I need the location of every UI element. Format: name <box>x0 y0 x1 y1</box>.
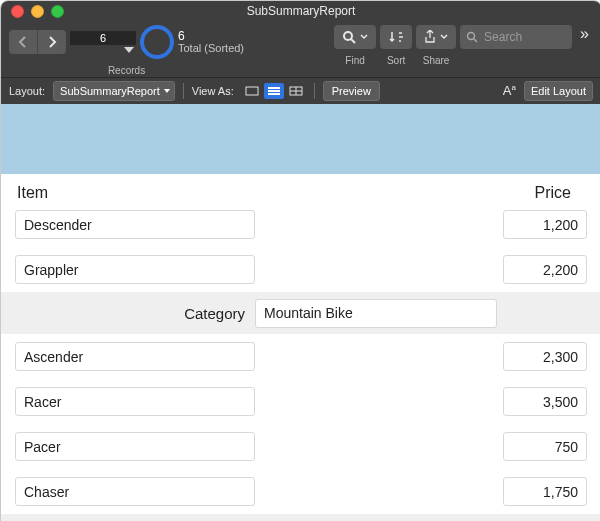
search-icon <box>466 31 478 43</box>
table-view-icon <box>289 86 303 96</box>
record-row[interactable]: Racer3,500 <box>1 379 600 424</box>
list-view-icon <box>267 86 281 96</box>
record-row[interactable]: Chaser1,750 <box>1 469 600 514</box>
svg-point-0 <box>344 32 352 40</box>
svg-rect-4 <box>246 87 258 95</box>
records-toolbar-label: Records <box>108 65 145 76</box>
share-button[interactable] <box>416 25 456 49</box>
header-part <box>1 104 600 174</box>
category-label: Category <box>15 305 255 322</box>
edit-layout-button[interactable]: Edit Layout <box>524 81 593 101</box>
total-records-number: 6 <box>178 30 244 42</box>
prev-record-button[interactable] <box>9 30 38 54</box>
item-field[interactable]: Pacer <box>15 432 255 461</box>
item-field[interactable]: Racer <box>15 387 255 416</box>
layout-name: SubSummaryReport <box>60 85 160 97</box>
find-button[interactable] <box>334 25 376 49</box>
preview-button[interactable]: Preview <box>323 81 380 101</box>
search-icon <box>342 30 356 44</box>
view-list-button[interactable] <box>264 83 284 99</box>
titlebar: SubSummaryReport <box>1 1 600 21</box>
svg-point-2 <box>468 33 475 40</box>
current-record-number: 6 <box>70 31 136 45</box>
toolbar: 6 6 Total (Sorted) Records Find <box>1 21 600 77</box>
svg-line-3 <box>474 39 477 42</box>
record-totals: 6 Total (Sorted) <box>178 30 244 54</box>
item-field[interactable]: Descender <box>15 210 255 239</box>
sub-summary-row: CategoryRoad Bike <box>1 514 600 521</box>
share-icon <box>424 30 436 44</box>
next-record-button[interactable] <box>38 30 66 54</box>
sub-summary-row: CategoryMountain Bike <box>1 292 600 334</box>
price-field[interactable]: 2,300 <box>503 342 587 371</box>
price-field[interactable]: 1,750 <box>503 477 587 506</box>
price-field[interactable]: 1,200 <box>503 210 587 239</box>
item-field[interactable]: Ascender <box>15 342 255 371</box>
view-table-button[interactable] <box>286 83 306 99</box>
layout-body: Item Price Descender1,200Grappler2,200Ca… <box>1 104 600 521</box>
view-form-button[interactable] <box>242 83 262 99</box>
price-field[interactable]: 3,500 <box>503 387 587 416</box>
item-field[interactable]: Chaser <box>15 477 255 506</box>
sort-button[interactable] <box>380 25 412 49</box>
view-as-label: View As: <box>192 85 234 97</box>
search-field[interactable] <box>460 25 572 49</box>
search-input[interactable] <box>482 29 550 45</box>
sort-toolbar-label: Sort <box>387 55 405 66</box>
price-field[interactable]: 750 <box>503 432 587 461</box>
window-title: SubSummaryReport <box>1 4 600 18</box>
record-row[interactable]: Pacer750 <box>1 424 600 469</box>
layout-selector[interactable]: SubSummaryReport <box>53 81 175 101</box>
category-field[interactable]: Mountain Bike <box>255 299 497 328</box>
price-header: Price <box>535 184 585 202</box>
chevron-down-icon <box>360 34 368 40</box>
price-field[interactable]: 2,200 <box>503 255 587 284</box>
find-toolbar-label: Find <box>345 55 364 66</box>
layout-label: Layout: <box>9 85 45 97</box>
item-header: Item <box>17 184 48 202</box>
record-slider[interactable]: 6 <box>70 31 136 53</box>
chevron-left-icon <box>18 36 28 48</box>
svg-line-1 <box>351 39 355 43</box>
record-row[interactable]: Ascender2,300 <box>1 334 600 379</box>
chevron-down-icon <box>440 34 448 40</box>
pie-progress-icon <box>140 25 174 59</box>
total-records-caption: Total (Sorted) <box>178 42 244 54</box>
formatting-bar-toggle[interactable]: Aa <box>503 83 516 98</box>
share-toolbar-label: Share <box>423 55 450 66</box>
record-row[interactable]: Descender1,200 <box>1 202 600 247</box>
chevron-right-icon <box>47 36 57 48</box>
toolbar-overflow-button[interactable]: » <box>576 25 593 43</box>
form-view-icon <box>245 86 259 96</box>
sort-icon <box>388 30 404 44</box>
column-headers: Item Price <box>1 174 600 202</box>
record-row[interactable]: Grappler2,200 <box>1 247 600 292</box>
item-field[interactable]: Grappler <box>15 255 255 284</box>
layout-bar: Layout: SubSummaryReport View As: Previe… <box>1 77 600 104</box>
app-window: SubSummaryReport 6 6 <box>0 0 600 521</box>
